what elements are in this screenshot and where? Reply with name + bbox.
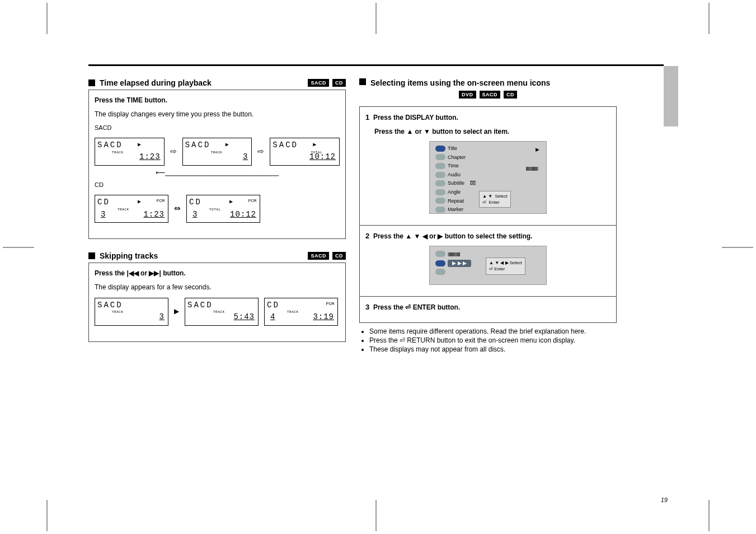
fast-icon: ▶ ▶ ▶	[448, 260, 471, 267]
display-box: SACD TRACK 5:43	[185, 298, 259, 326]
menu-pill-icon	[435, 260, 445, 266]
tag-sacd: SACD	[308, 252, 329, 260]
panel-step3: 3 Press the ⏎ ENTER button.	[359, 297, 617, 323]
menu-pill-icon	[435, 251, 445, 257]
bullet-icon	[88, 252, 95, 259]
track-number: 3	[101, 209, 105, 221]
menu-pill-icon	[435, 163, 445, 169]
footnote-item: These displays may not appear from all d…	[369, 345, 617, 353]
menu-pill-icon	[435, 207, 445, 213]
track-value: 3	[243, 152, 248, 163]
barcode-icon: ||||||||||||||||||||	[525, 165, 538, 171]
menu-pill-icon	[435, 198, 445, 204]
display-box: SACD ▶ TRACK 3	[182, 138, 252, 166]
menu-pill-icon	[435, 154, 445, 160]
panel-step1: 1 Press the DISPLAY button. Press the ▲ …	[359, 106, 617, 226]
step-number: 1	[365, 113, 369, 121]
down-icon: ▼	[424, 128, 430, 135]
down-icon: ▼	[488, 194, 492, 199]
up-icon: ▲	[482, 194, 487, 199]
display-box: CD PCM TRACK 4 3:19	[264, 298, 338, 326]
left-icon: ◀	[422, 232, 428, 240]
menu-pill-icon	[435, 146, 445, 152]
play-icon: ▶	[313, 141, 316, 149]
panel-step2: 2 Press the ▲ ▼ ◀ or ▶ button to select …	[359, 226, 617, 297]
step-number: 3	[365, 303, 369, 311]
dolby-icon: ▯▯	[470, 179, 476, 186]
heading-time-elapsed: Time elapsed during playback SACD CD	[88, 78, 346, 87]
tag-sacd: SACD	[308, 79, 329, 87]
track-number: 3	[192, 209, 197, 221]
heading-text: Selecting items using the on-screen menu…	[370, 78, 550, 87]
tag-sacd: SACD	[480, 91, 501, 99]
up-icon: ▲	[405, 232, 412, 240]
up-icon: ▲	[406, 128, 413, 135]
heading-skipping: Skipping tracks SACD CD	[88, 251, 346, 260]
tag-dvd: DVD	[459, 91, 476, 99]
tag-cd: CD	[332, 79, 346, 87]
tag-cd: CD	[332, 252, 346, 260]
display-row-skip: SACD TRACK 3 ▶ SACD TRACK 5:43 CD PCM TR…	[95, 298, 340, 326]
time-value: 3:19	[313, 312, 334, 323]
arrow-icon: ⇨	[257, 146, 264, 157]
prev-track-icon: |◀◀	[126, 269, 138, 277]
total-value: 10:12	[230, 209, 256, 221]
then-arrow-icon: ▶	[174, 307, 179, 316]
display-box: CD ▶ PCM TRACK 3 1:23	[95, 195, 168, 223]
bullet-icon	[88, 79, 95, 86]
track-number: 4	[270, 312, 275, 323]
panel-skip: Press the |◀◀ or ▶▶| button. The display…	[88, 263, 346, 342]
display-box: SACD TRACK 3	[95, 298, 168, 326]
time-value: 1:23	[143, 209, 165, 221]
heading-text: Time elapsed during playback	[100, 78, 212, 87]
play-icon: ▶	[138, 198, 141, 206]
screen-mock-setting: |||||||||||||||||||| ▶ ▶ ▶ ▲ ▼ ◀ ▶ Selec…	[429, 246, 547, 285]
arrow-icon: ⇨	[170, 146, 177, 157]
play-icon: ▶	[536, 146, 539, 153]
enter-icon: ⏎	[405, 303, 411, 311]
instr-sub: The display appears for a few seconds.	[95, 283, 340, 292]
cd-label: CD	[95, 181, 340, 189]
panel-time: Press the TIME button. The display chang…	[88, 90, 346, 239]
page-number: 19	[661, 496, 668, 503]
enter-icon: ⏎	[489, 266, 493, 271]
down-icon: ▼	[414, 232, 421, 240]
bullet-icon	[359, 78, 366, 85]
menu-pill-icon	[435, 189, 445, 195]
barcode-icon: ||||||||||||||||||||	[448, 251, 460, 257]
display-box: CD ▶ PCM TOTAL 3 10:12	[186, 195, 260, 223]
menu-pill-icon	[435, 180, 445, 186]
sacd-label: SACD	[95, 124, 340, 132]
play-icon: ▶	[226, 141, 229, 149]
display-row-cd: CD ▶ PCM TRACK 3 1:23 ⇔ CD ▶ PCM TOTAL 3…	[95, 195, 340, 223]
track-value: 3	[159, 312, 165, 323]
enter-icon: ⏎	[482, 200, 486, 205]
step-number: 2	[365, 232, 369, 240]
right-icon: ▶	[438, 232, 443, 240]
bi-arrow-icon: ⇔	[174, 203, 181, 214]
display-row-sacd: SACD ▶ TRACK 1:23 ⇨ SACD ▶ TRACK 3 ⇨ SAC…	[95, 138, 340, 166]
loop-arrow-icon: ⟵⎯⎯⎯⎯⎯⎯⎯⎯⎯⎯⎯⎯⎯⎯⎯⎯⎯⎯⎯⎯⎯⎯⎯⎯⎯⎯⎯⎯⎯	[95, 168, 340, 177]
total-value: 10:12	[309, 152, 336, 163]
menu-pill-icon	[435, 269, 445, 275]
menu-pill-icon	[435, 172, 445, 178]
footnote-item: Press the ⏎ RETURN button to exit the on…	[369, 336, 617, 344]
time-value: 5:43	[233, 312, 255, 323]
next-track-icon: ▶▶|	[149, 269, 161, 277]
instr-sub: The display changes every time you press…	[95, 110, 340, 119]
screen-mock-menu: ▶ Title Chapter Time Audio Subtitle Angl…	[429, 141, 547, 214]
play-icon: ▶	[229, 198, 233, 206]
play-icon: ▶	[138, 141, 141, 149]
display-box: SACD ▶ TRACK 1:23	[95, 138, 165, 166]
footnote-item: Some items require different operations.…	[369, 327, 617, 335]
heading-text: Skipping tracks	[100, 251, 158, 260]
time-value: 1:23	[139, 152, 161, 163]
heading-onscreen: Selecting items using the on-screen menu…	[359, 78, 617, 99]
display-box: SACD ▶ TOTAL 10:12	[270, 138, 340, 166]
instr: Press the TIME button.	[95, 96, 167, 104]
footnotes: Some items require different operations.…	[359, 327, 617, 353]
tag-cd: CD	[504, 91, 517, 99]
